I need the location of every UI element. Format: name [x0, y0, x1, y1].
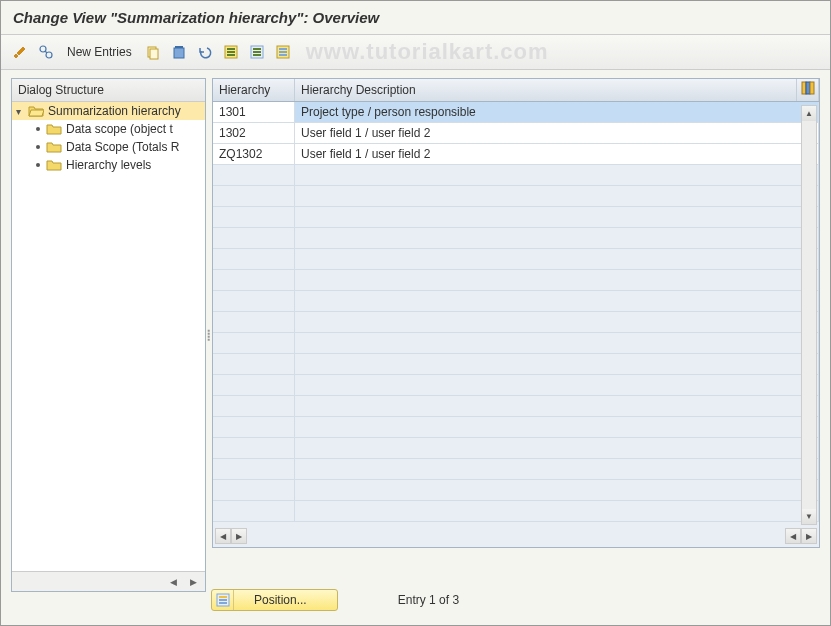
cell-description [295, 396, 819, 416]
cell-hierarchy [213, 165, 295, 185]
table-row [213, 186, 819, 207]
cell-hierarchy [213, 459, 295, 479]
column-hierarchy[interactable]: Hierarchy [213, 79, 295, 101]
tree-item[interactable]: Data scope (object t [12, 120, 205, 138]
tree-item-label: Hierarchy levels [66, 158, 151, 172]
cell-description [295, 207, 819, 227]
column-description[interactable]: Hierarchy Description [295, 79, 797, 101]
watermark: www.tutorialkart.com [306, 39, 549, 65]
panel-footer: ◀ ▶ [12, 571, 205, 591]
configure-columns-icon[interactable] [797, 79, 819, 101]
svg-line-2 [45, 51, 47, 53]
cell-description[interactable]: User field 1 / user field 2 [295, 123, 819, 143]
table-row [213, 375, 819, 396]
table-row [213, 207, 819, 228]
cell-hierarchy [213, 228, 295, 248]
cell-hierarchy[interactable]: 1302 [213, 123, 295, 143]
scroll-right-icon[interactable]: ▶ [801, 528, 817, 544]
svg-rect-9 [227, 51, 235, 53]
cell-description [295, 312, 819, 332]
splitter-handle-icon: ▪▪▪▪ [208, 329, 211, 341]
cell-description[interactable]: Project type / person responsible [295, 102, 819, 122]
cell-hierarchy [213, 333, 295, 353]
horizontal-scrollbar: ◀ ▶ ◀ ▶ [215, 527, 817, 545]
vertical-scrollbar[interactable]: ▲ ▼ [801, 105, 817, 525]
toggle-display-icon[interactable] [9, 41, 31, 63]
cell-description [295, 228, 819, 248]
bullet-icon [36, 145, 40, 149]
scroll-right-icon[interactable]: ▶ [185, 574, 201, 590]
content-area: Dialog Structure ▾ Summarization hierarc… [1, 70, 830, 600]
svg-rect-4 [150, 49, 158, 59]
tree-item[interactable]: Data Scope (Totals R [12, 138, 205, 156]
cell-hierarchy [213, 270, 295, 290]
delete-icon[interactable] [168, 41, 190, 63]
scroll-up-icon[interactable]: ▲ [802, 106, 816, 121]
entry-counter: Entry 1 of 3 [398, 593, 459, 607]
cell-hierarchy[interactable]: 1301 [213, 102, 295, 122]
position-button[interactable]: Position... [211, 589, 338, 611]
cell-description [295, 438, 819, 458]
tree-root-label: Summarization hierarchy [48, 104, 181, 118]
cell-description [295, 480, 819, 500]
scroll-right-icon[interactable]: ▶ [231, 528, 247, 544]
expand-icon[interactable] [35, 41, 57, 63]
footer: Position... Entry 1 of 3 [211, 589, 820, 611]
table-row[interactable]: 1301Project type / person responsible [213, 102, 819, 123]
svg-rect-25 [219, 602, 227, 604]
svg-rect-13 [253, 51, 261, 53]
scroll-down-icon[interactable]: ▼ [802, 509, 816, 524]
table-row [213, 501, 819, 522]
position-label: Position... [234, 593, 337, 607]
cell-description [295, 375, 819, 395]
new-entries-button[interactable]: New Entries [61, 45, 138, 59]
cell-description[interactable]: User field 1 / user field 2 [295, 144, 819, 164]
svg-rect-21 [810, 82, 814, 94]
cell-hierarchy [213, 501, 295, 521]
svg-rect-17 [279, 51, 287, 53]
scroll-left-icon[interactable]: ◀ [215, 528, 231, 544]
select-block-icon[interactable] [246, 41, 268, 63]
bullet-icon [36, 127, 40, 131]
cell-description [295, 354, 819, 374]
cell-hierarchy [213, 480, 295, 500]
cell-hierarchy [213, 312, 295, 332]
table-body: 1301Project type / person responsible130… [213, 102, 819, 522]
svg-rect-14 [253, 54, 261, 56]
cell-description [295, 291, 819, 311]
select-all-icon[interactable] [220, 41, 242, 63]
table-row [213, 312, 819, 333]
copy-icon[interactable] [142, 41, 164, 63]
tree-root[interactable]: ▾ Summarization hierarchy [12, 102, 205, 120]
scroll-left-icon[interactable]: ◀ [785, 528, 801, 544]
data-table: Hierarchy Hierarchy Description 1301Proj… [212, 78, 820, 548]
page-title: Change View "Summarization hierarchy": O… [1, 1, 830, 35]
folder-open-icon [28, 104, 44, 118]
svg-rect-18 [279, 54, 287, 56]
cell-hierarchy[interactable]: ZQ1302 [213, 144, 295, 164]
position-icon [212, 590, 234, 610]
svg-rect-12 [253, 48, 261, 50]
undo-icon[interactable] [194, 41, 216, 63]
table-row[interactable]: 1302User field 1 / user field 2 [213, 123, 819, 144]
scroll-left-icon[interactable]: ◀ [165, 574, 181, 590]
table-row[interactable]: ZQ1302User field 1 / user field 2 [213, 144, 819, 165]
table-row [213, 228, 819, 249]
cell-hierarchy [213, 375, 295, 395]
cell-description [295, 186, 819, 206]
tree-item[interactable]: Hierarchy levels [12, 156, 205, 174]
cell-hierarchy [213, 291, 295, 311]
dialog-structure-panel: Dialog Structure ▾ Summarization hierarc… [11, 78, 206, 592]
cell-description [295, 417, 819, 437]
svg-rect-5 [174, 48, 184, 58]
bullet-icon [36, 163, 40, 167]
svg-rect-8 [227, 48, 235, 50]
svg-rect-24 [219, 599, 227, 601]
cell-description [295, 270, 819, 290]
deselect-all-icon[interactable] [272, 41, 294, 63]
table-row [213, 165, 819, 186]
table-row [213, 291, 819, 312]
svg-rect-23 [219, 596, 227, 598]
collapse-icon[interactable]: ▾ [16, 106, 28, 117]
table-header: Hierarchy Hierarchy Description [213, 79, 819, 102]
